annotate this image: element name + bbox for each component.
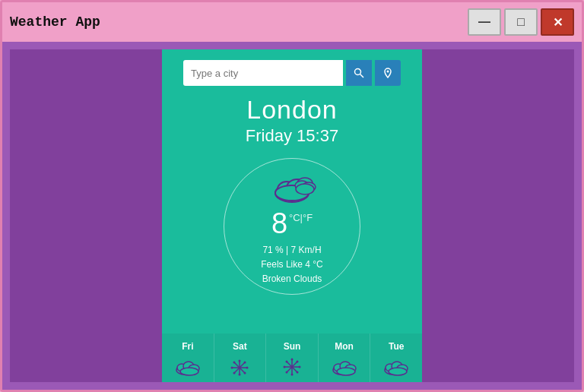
forecast-icon-tue <box>382 356 410 378</box>
close-button[interactable]: ✕ <box>541 8 574 36</box>
forecast-mon: Mon <box>319 334 371 382</box>
app-window: Weather App — □ ✕ <box>0 0 584 392</box>
svg-point-34 <box>283 366 285 368</box>
titlebar: Weather App — □ ✕ <box>2 2 582 42</box>
temperature-display: 8 °C|°F <box>271 207 313 240</box>
forecast-fri: Fri <box>162 334 214 382</box>
search-button[interactable] <box>346 60 372 86</box>
svg-point-39 <box>285 371 287 374</box>
forecast-bar: Fri Sat <box>162 334 422 382</box>
svg-point-27 <box>233 372 236 375</box>
weather-description: Broken Clouds <box>261 272 323 286</box>
location-button[interactable] <box>375 60 401 86</box>
svg-line-1 <box>360 74 364 78</box>
app-title: Weather App <box>10 14 100 30</box>
forecast-day-sun: Sun <box>284 341 301 352</box>
forecast-icon-fri <box>174 356 202 378</box>
weather-stats: 71 % | 7 Km/H Feels Like 4 °C Broken Clo… <box>261 243 323 287</box>
forecast-sun: Sun <box>266 334 319 382</box>
svg-point-38 <box>296 361 298 363</box>
sidebar-left <box>10 49 162 382</box>
forecast-sat: Sat <box>214 334 267 382</box>
window-controls: — □ ✕ <box>468 8 574 36</box>
svg-point-35 <box>298 366 300 368</box>
svg-point-24 <box>233 362 236 364</box>
svg-point-10 <box>296 184 314 194</box>
search-input[interactable] <box>183 60 343 86</box>
svg-point-22 <box>231 367 233 369</box>
forecast-icon-sat <box>226 356 253 378</box>
forecast-day-sat: Sat <box>233 341 247 352</box>
humidity-wind: 71 % | 7 Km/H <box>261 243 323 258</box>
svg-point-44 <box>337 368 355 375</box>
temp-value: 8 <box>271 207 287 240</box>
svg-point-21 <box>239 374 241 376</box>
search-icon <box>354 68 364 78</box>
location-icon <box>382 68 393 78</box>
minimize-button[interactable]: — <box>468 8 501 36</box>
forecast-day-fri: Fri <box>182 341 193 352</box>
content-area: London Friday 15:37 <box>2 42 582 390</box>
date-time: Friday 15:37 <box>246 126 338 146</box>
feels-like: Feels Like 4 °C <box>261 258 323 272</box>
svg-point-26 <box>244 362 246 364</box>
svg-point-25 <box>244 372 246 375</box>
maximize-button[interactable]: □ <box>504 8 538 36</box>
city-name: London <box>246 95 337 125</box>
svg-point-32 <box>290 359 293 361</box>
forecast-icon-sun <box>278 356 306 378</box>
forecast-tue: Tue <box>370 334 422 382</box>
svg-point-2 <box>387 71 389 73</box>
svg-point-23 <box>246 367 249 369</box>
forecast-day-tue: Tue <box>389 341 404 352</box>
svg-point-20 <box>239 360 241 362</box>
svg-point-37 <box>296 371 298 374</box>
svg-point-33 <box>290 374 293 376</box>
main-panel: London Friday 15:37 <box>162 49 422 382</box>
svg-point-49 <box>389 368 407 375</box>
forecast-day-mon: Mon <box>335 341 354 352</box>
search-bar <box>183 60 401 86</box>
svg-point-15 <box>180 368 198 375</box>
weather-circle: 8 °C|°F 71 % | 7 Km/H Feels Like 4 °C Br… <box>224 158 360 295</box>
svg-point-36 <box>285 361 287 363</box>
temp-unit: °C|°F <box>289 212 313 223</box>
svg-point-0 <box>355 69 361 75</box>
weather-icon-main <box>265 166 319 204</box>
forecast-icon-mon <box>331 356 358 378</box>
sidebar-right <box>422 49 574 382</box>
